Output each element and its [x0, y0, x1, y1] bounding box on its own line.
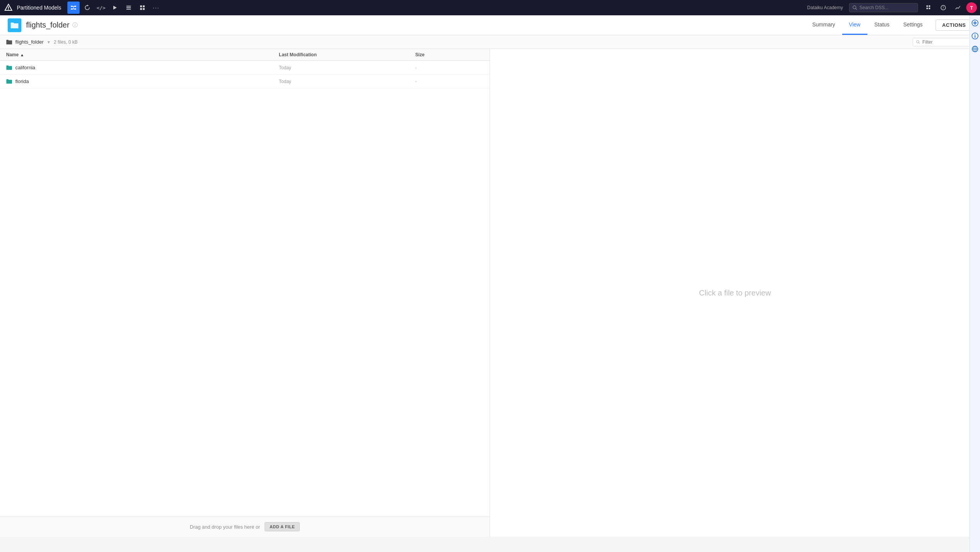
- table-row[interactable]: california Today -: [0, 61, 490, 75]
- file-count: 2 files, 0 kB: [54, 39, 78, 45]
- folder-icon-large: [8, 18, 21, 32]
- code-icon[interactable]: </>: [95, 2, 107, 14]
- file-name-california: california: [6, 65, 279, 70]
- dropzone-text: Drag and drop your files here or: [190, 524, 260, 530]
- user-avatar[interactable]: T: [966, 2, 977, 13]
- file-size-california: -: [415, 65, 483, 70]
- search-box[interactable]: Search DSS...: [849, 3, 918, 12]
- svg-line-27: [919, 42, 920, 44]
- tab-status[interactable]: Status: [867, 15, 897, 35]
- grid-icon[interactable]: [923, 2, 935, 14]
- file-rows: california Today - florida Today -: [0, 61, 490, 516]
- col-size-header[interactable]: Size: [415, 52, 483, 57]
- svg-point-2: [8, 9, 9, 10]
- svg-rect-13: [126, 9, 131, 10]
- academy-label: Dataiku Academy: [807, 5, 843, 10]
- table-row[interactable]: florida Today -: [0, 75, 490, 88]
- right-sidebar: [969, 15, 980, 552]
- file-mod-california: Today: [279, 65, 415, 70]
- svg-rect-5: [71, 8, 73, 10]
- col-name-header[interactable]: Name ▲: [6, 52, 279, 57]
- flow-icon[interactable]: [67, 2, 80, 14]
- filter-box[interactable]: [913, 38, 974, 46]
- breadcrumb-folder-icon: [6, 39, 12, 45]
- header-bar: flights_folder ⓘ Summary View Status Set…: [0, 15, 980, 35]
- svg-rect-6: [74, 8, 76, 10]
- file-name-florida: florida: [6, 78, 279, 84]
- sidebar-info-icon[interactable]: [970, 31, 980, 41]
- filter-input[interactable]: [923, 39, 970, 45]
- run-icon[interactable]: [109, 2, 121, 14]
- drop-zone: Drag and drop your files here or ADD A F…: [0, 516, 490, 537]
- svg-point-32: [975, 34, 975, 35]
- svg-rect-3: [71, 6, 73, 7]
- svg-rect-21: [929, 5, 930, 7]
- breadcrumb-folder-name[interactable]: flights_folder: [15, 39, 44, 45]
- svg-rect-22: [926, 8, 928, 9]
- svg-line-19: [856, 8, 857, 10]
- deploy-icon[interactable]: [122, 2, 135, 14]
- breadcrumb-chevron: ▼: [47, 40, 51, 44]
- svg-rect-12: [126, 7, 131, 8]
- more-icon[interactable]: ···: [150, 2, 162, 14]
- svg-rect-23: [929, 8, 930, 9]
- project-name: Partitioned Models: [17, 5, 61, 11]
- svg-rect-11: [126, 6, 131, 7]
- svg-marker-10: [113, 6, 117, 10]
- svg-rect-17: [143, 8, 145, 10]
- page-title: flights_folder: [26, 21, 69, 29]
- tab-settings[interactable]: Settings: [896, 15, 929, 35]
- tab-view[interactable]: View: [842, 15, 867, 35]
- breadcrumb-row: flights_folder ▼ 2 files, 0 kB: [0, 35, 980, 49]
- top-navigation: Partitioned Models </>: [0, 0, 980, 15]
- folder-icon: [6, 65, 12, 70]
- refresh-icon[interactable]: [81, 2, 93, 14]
- main-content: Name ▲ Last Modification Size california…: [0, 49, 980, 537]
- svg-text:?: ?: [942, 6, 944, 10]
- analytics-icon[interactable]: [952, 2, 964, 14]
- preview-hint: Click a file to preview: [699, 289, 771, 297]
- sort-icon: ▲: [20, 53, 24, 57]
- file-size-florida: -: [415, 79, 483, 84]
- sidebar-add-icon[interactable]: [970, 18, 980, 28]
- sidebar-globe-icon[interactable]: [970, 44, 980, 54]
- actions-button[interactable]: ACTIONS: [936, 20, 972, 31]
- help-icon[interactable]: ?: [937, 2, 949, 14]
- svg-rect-16: [140, 8, 142, 10]
- search-placeholder: Search DSS...: [859, 5, 889, 10]
- preview-panel: Click a file to preview: [490, 49, 980, 537]
- title-help-icon[interactable]: ⓘ: [72, 22, 78, 29]
- file-mod-florida: Today: [279, 79, 415, 84]
- search-icon: [853, 5, 857, 10]
- svg-rect-14: [140, 5, 142, 7]
- filter-search-icon: [916, 40, 920, 44]
- svg-rect-15: [143, 5, 145, 7]
- svg-rect-4: [74, 6, 76, 7]
- column-headers: Name ▲ Last Modification Size: [0, 49, 490, 61]
- add-file-button[interactable]: ADD A FILE: [265, 522, 300, 531]
- col-mod-header[interactable]: Last Modification: [279, 52, 415, 57]
- file-list-panel: Name ▲ Last Modification Size california…: [0, 49, 490, 537]
- app-logo[interactable]: [3, 2, 14, 13]
- header-tabs: Summary View Status Settings: [805, 15, 929, 35]
- tab-summary[interactable]: Summary: [805, 15, 842, 35]
- dashboard-icon[interactable]: [136, 2, 149, 14]
- svg-rect-20: [926, 5, 928, 7]
- folder-icon: [6, 79, 12, 84]
